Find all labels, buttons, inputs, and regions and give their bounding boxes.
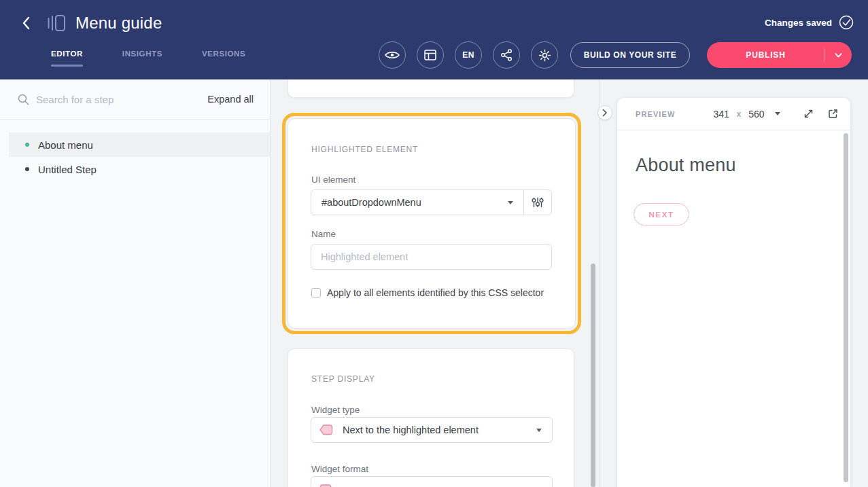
expand-all-link[interactable]: Expand all [207, 94, 254, 105]
viewport-size-dropdown[interactable]: 341 x 560 [713, 109, 780, 120]
steps-list: About menu Untitled Step [0, 132, 270, 181]
save-status-text: Changes saved [765, 18, 832, 28]
selector-settings-button[interactable] [524, 190, 551, 215]
tab-insights[interactable]: INSIGHTS [122, 50, 162, 67]
settings-button[interactable] [531, 41, 558, 69]
collapse-preview-button[interactable] [597, 105, 612, 120]
highlighted-element-card-ring: HIGHLIGHTED ELEMENT UI element #aboutDro… [282, 113, 581, 334]
preview-step-heading: About menu [636, 155, 736, 176]
apply-all-label: Apply to all elements identified by this… [327, 287, 544, 298]
step-search-row: Expand all [0, 79, 270, 120]
ui-element-label: UI element [311, 175, 355, 185]
step-status-dot [25, 143, 29, 147]
apply-all-row: Apply to all elements identified by this… [311, 287, 544, 298]
preview-title: PREVIEW [636, 110, 675, 118]
open-in-new-window-button[interactable] [827, 108, 839, 120]
preview-next-button[interactable]: NEXT [633, 203, 689, 226]
widget-format-icon [319, 483, 332, 487]
eye-icon [385, 50, 400, 60]
external-link-icon [827, 108, 839, 120]
viewport-separator: x [737, 109, 742, 119]
section-title: HIGHLIGHTED ELEMENT [311, 145, 418, 154]
chevron-right-icon [602, 109, 608, 117]
preview-panel: PREVIEW 341 x 560 About menu NEXT [617, 98, 850, 487]
page-title: Menu guide [75, 14, 162, 33]
header-actions: EN [379, 41, 558, 69]
previous-settings-card [288, 79, 574, 98]
chevron-down-icon [536, 429, 542, 432]
step-display-card: STEP DISPLAY Widget type Next to the hig… [288, 348, 574, 487]
chevron-down-icon[interactable] [835, 53, 842, 58]
search-icon [18, 94, 29, 105]
preview-eye-button[interactable] [379, 41, 406, 69]
expand-preview-button[interactable] [803, 108, 814, 120]
share-icon [501, 49, 513, 61]
viewport-width: 341 [713, 109, 729, 120]
widget-format-select[interactable] [311, 476, 553, 487]
apply-all-checkbox[interactable] [311, 288, 321, 297]
content-divider [599, 79, 600, 487]
chevron-left-icon [22, 16, 30, 30]
app-window: Menu guide Changes saved EDITOR INSIGHTS… [0, 0, 868, 487]
preview-scrollbar-thumb[interactable] [844, 133, 848, 482]
language-button[interactable]: EN [455, 41, 482, 69]
expand-icon [803, 108, 814, 120]
chevron-down-icon [508, 201, 513, 204]
publish-button[interactable]: PUBLISH [707, 42, 852, 68]
sliders-icon [532, 196, 544, 209]
chevron-down-icon [775, 112, 780, 115]
gear-icon [538, 49, 551, 62]
highlighted-element-card: HIGHLIGHTED ELEMENT UI element #aboutDro… [288, 118, 576, 329]
save-status: Changes saved [765, 15, 854, 30]
ui-element-select[interactable]: #aboutDropdownMenu [311, 190, 552, 215]
guide-type-icon [46, 13, 67, 33]
tab-editor[interactable]: EDITOR [51, 50, 83, 67]
share-button[interactable] [493, 41, 520, 69]
layout-icon [424, 50, 436, 60]
tooltip-widget-icon [319, 423, 334, 437]
language-label: EN [462, 50, 474, 60]
back-button[interactable] [18, 14, 34, 33]
step-search-input[interactable] [36, 94, 179, 105]
step-status-dot [25, 167, 29, 171]
element-name-input[interactable] [311, 244, 552, 270]
step-item-untitled-step[interactable]: Untitled Step [9, 157, 270, 181]
step-item-about-menu[interactable]: About menu [9, 132, 270, 157]
preview-header: PREVIEW 341 x 560 [617, 98, 850, 130]
widget-type-select[interactable]: Next to the highlighted element [311, 417, 553, 443]
widget-format-label: Widget format [311, 464, 368, 474]
viewport-height: 560 [748, 109, 764, 120]
build-on-your-site-button[interactable]: BUILD ON YOUR SITE [570, 42, 690, 68]
layout-button[interactable] [417, 41, 444, 69]
steps-sidebar: Expand all About menu Untitled Step [0, 79, 271, 487]
section-title: STEP DISPLAY [311, 374, 375, 384]
editor-tabs: EDITOR INSIGHTS VERSIONS [51, 50, 245, 67]
top-navigation-bar: Menu guide Changes saved EDITOR INSIGHTS… [0, 0, 868, 79]
tab-versions[interactable]: VERSIONS [202, 50, 245, 67]
widget-type-label: Widget type [311, 405, 360, 415]
check-circle-icon [839, 15, 854, 30]
main-scrollbar-thumb[interactable] [591, 264, 595, 487]
name-label: Name [311, 229, 336, 239]
publish-label: PUBLISH [746, 50, 812, 60]
publish-divider [824, 48, 824, 62]
